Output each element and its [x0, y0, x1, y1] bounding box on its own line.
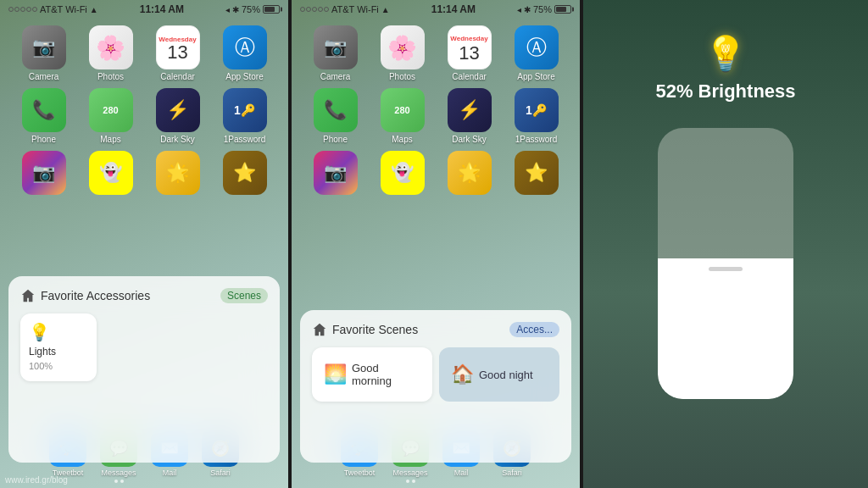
phone-icon-img-2: 📞	[314, 88, 358, 132]
darksky-icon-img: ⚡	[156, 88, 200, 132]
battery-fill-2	[556, 7, 566, 12]
battery-icon-2	[554, 5, 571, 14]
widget-header-2: Favorite Scenes Acces...	[312, 322, 559, 337]
maps-label: Maps	[100, 135, 120, 144]
battery-icon-1	[263, 5, 280, 14]
app-misc4[interactable]: ⭐	[506, 151, 566, 197]
status-bar-2: AT&T Wi-Fi ▲ 11:14 AM ◂ ✱ 75%	[292, 0, 580, 19]
brightness-handle[interactable]	[709, 267, 743, 271]
battery-percent-2: 75%	[533, 4, 552, 14]
photos-icon-img: 🌸	[89, 25, 133, 69]
carrier-label: AT&T Wi-Fi	[40, 4, 87, 14]
app-instagram-2[interactable]: 📷	[305, 151, 365, 197]
brightness-panel: 💡 52% Brightness	[583, 0, 868, 488]
bluetooth-icon-2: ✱	[524, 5, 531, 14]
signal-dot	[20, 7, 25, 12]
signal-dot	[300, 7, 305, 12]
calendar-num: 13	[167, 43, 187, 62]
battery-fill-1	[264, 7, 275, 12]
misc1-icon-img: 🌟	[156, 151, 200, 195]
home-icon-1	[20, 288, 36, 303]
widget-badge-1[interactable]: Scenes	[220, 288, 268, 303]
bluetooth-icon: ✱	[232, 5, 239, 14]
misc2-icon-img: ⭐	[223, 151, 267, 195]
app-camera-2[interactable]: 📷 Camera	[305, 25, 365, 81]
app-snapchat-2[interactable]: 👻	[372, 151, 432, 197]
app-appstore[interactable]: Ⓐ App Store	[214, 25, 275, 81]
scene-morning-label: Good morning	[352, 362, 420, 387]
app-photos-2[interactable]: 🌸 Photos	[372, 25, 432, 81]
app-darksky[interactable]: ⚡ Dark Sky	[147, 88, 208, 144]
dock-safari-label-2: Safari	[502, 469, 522, 477]
app-phone-2[interactable]: 📞 Phone	[305, 88, 365, 144]
lights-value: 100%	[29, 361, 88, 371]
maps-icon-img-2: 280	[381, 88, 425, 132]
snapchat-icon-img-2: 👻	[381, 151, 425, 195]
phone-label-2: Phone	[323, 135, 348, 144]
app-1password[interactable]: 1🔑 1Password	[214, 88, 275, 144]
cal-day-2: Wednesday	[448, 31, 491, 42]
app-grid-2: 📷 Camera 🌸 Photos Wednesday 13 Calendar …	[292, 19, 580, 204]
signal-dot	[8, 7, 14, 12]
scene-tiles: 🌅 Good morning 🏠 Good night	[312, 347, 559, 402]
cal-num-2: 13	[459, 42, 479, 64]
signal-dot	[26, 7, 31, 12]
snapchat-icon-img: 👻	[89, 151, 133, 195]
dock-safari-label: Safari	[210, 469, 231, 477]
app-1password-2[interactable]: 1🔑 1Password	[506, 88, 566, 144]
app-photos[interactable]: 🌸 Photos	[81, 25, 141, 81]
photos-label-2: Photos	[389, 72, 415, 81]
app-calendar-2[interactable]: Wednesday 13 Calendar	[439, 25, 499, 81]
appstore-icon-img: Ⓐ	[223, 25, 267, 69]
widget-badge-2[interactable]: Acces...	[509, 322, 559, 337]
scene-good-night[interactable]: 🏠 Good night	[439, 347, 559, 402]
widget-title-row-1: Favorite Accessories	[20, 288, 150, 303]
app-calendar[interactable]: Wednesday 13 Calendar	[147, 25, 208, 81]
calendar-icon-img: Wednesday 13	[156, 25, 200, 69]
lights-tile[interactable]: 💡 Lights 100%	[20, 313, 97, 381]
app-darksky-2[interactable]: ⚡ Dark Sky	[439, 88, 499, 144]
app-maps-2[interactable]: 280 Maps	[372, 88, 432, 144]
wifi-icon: ▲	[90, 5, 98, 14]
app-camera[interactable]: 📷 Camera	[14, 25, 74, 81]
brightness-fill	[658, 258, 793, 399]
battery-percent: 75%	[242, 4, 260, 14]
app-misc3[interactable]: 🌟	[439, 151, 499, 197]
photos-icon-img-2: 🌸	[381, 25, 425, 69]
app-appstore-2[interactable]: Ⓐ App Store	[506, 25, 566, 81]
widget-accessories: Favorite Accessories Scenes 💡 Lights 100…	[8, 276, 280, 463]
scene-good-morning[interactable]: 🌅 Good morning	[312, 347, 432, 402]
app-misc1[interactable]: 🌟	[147, 151, 208, 197]
signal-dot	[306, 7, 311, 12]
wifi-icon-2: ▲	[381, 5, 390, 14]
signal-dot	[14, 7, 19, 12]
location-icon: ◂	[225, 5, 230, 14]
instagram-icon-img-2: 📷	[314, 151, 358, 195]
app-misc2[interactable]: ⭐	[214, 151, 275, 197]
watermark: www.ired.gr/blog	[5, 475, 68, 485]
dock-dot-2a	[406, 480, 409, 483]
darksky-icon-img-2: ⚡	[448, 88, 492, 132]
dock-dot	[114, 480, 118, 483]
scene-morning-content: 🌅 Good morning	[324, 362, 420, 387]
darksky-label: Dark Sky	[160, 135, 195, 144]
app-instagram[interactable]: 📷	[14, 151, 74, 197]
1password-icon-img-2: 1🔑	[515, 88, 559, 132]
phone-panel-1: AT&T Wi-Fi ▲ 11:14 AM ◂ ✱ 75% 📷 Camera 🌸…	[0, 0, 288, 488]
signal-dot	[32, 7, 37, 12]
accessory-tiles: 💡 Lights 100%	[20, 313, 268, 381]
app-maps[interactable]: 280 Maps	[81, 88, 141, 144]
widget-title-2: Favorite Scenes	[332, 323, 418, 336]
instagram-icon-img: 📷	[22, 151, 66, 195]
calendar-label-2: Calendar	[452, 72, 487, 81]
app-phone[interactable]: 📞 Phone	[14, 88, 74, 144]
brightness-slider[interactable]	[658, 128, 793, 399]
app-snapchat[interactable]: 👻	[81, 151, 141, 197]
brightness-bulb-icon: 💡	[704, 34, 747, 74]
dock-mail-label: Mail	[163, 469, 177, 477]
camera-label-2: Camera	[320, 72, 351, 81]
dock-messages-label-2: Messages	[392, 469, 427, 477]
location-icon-2: ◂	[517, 5, 521, 14]
carrier-label-2: AT&T Wi-Fi	[331, 4, 379, 14]
camera-icon-img-2: 📷	[314, 25, 358, 69]
